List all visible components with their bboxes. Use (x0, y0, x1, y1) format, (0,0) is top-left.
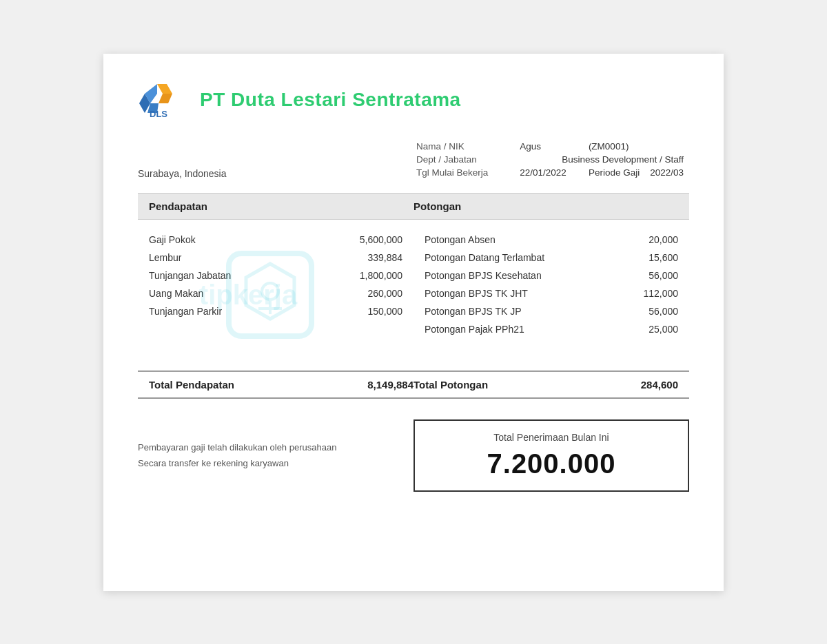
deduction-column: Potongan Absen20,000Potongan Datang Terl… (414, 231, 689, 359)
income-item-value: 5,600,000 (340, 234, 402, 245)
bottom-area: Pembayaran gaji telah dilakukan oleh per… (138, 419, 689, 492)
tgl-value: 22/01/2022 (514, 166, 572, 179)
periode-value: 2022/03 (650, 167, 684, 178)
total-potongan-value: 284,600 (641, 379, 678, 391)
svg-point-8 (262, 283, 278, 300)
deduction-item-value: 20,000 (616, 234, 678, 245)
deduction-item: Potongan Datang Terlambat15,600 (425, 249, 678, 267)
income-item-value: 150,000 (340, 306, 402, 317)
dls-logo-icon: DLS (138, 81, 179, 119)
svg-marker-0 (157, 84, 172, 94)
items-area: tipkerja Gaji Pokok5,600,000Lembur339,88… (138, 220, 689, 371)
company-location: Surabaya, Indonesia (138, 168, 226, 179)
payment-note: Pembayaran gaji telah dilakukan oleh per… (138, 439, 414, 472)
employee-info: Nama / NIK Agus (ZM0001) Dept / Jabatan … (411, 140, 689, 179)
total-pendapatan-cell: Total Pendapatan 8,149,884 (149, 379, 414, 391)
deduction-item-value: 56,000 (616, 270, 678, 281)
payslip-page: DLS PT Duta Lestari Sentratama Surabaya,… (103, 54, 724, 591)
info-section: Surabaya, Indonesia Nama / NIK Agus (ZM0… (138, 140, 689, 179)
svg-rect-6 (229, 253, 312, 336)
nama-row: Nama / NIK Agus (ZM0001) (411, 140, 689, 153)
pendapatan-header: Pendapatan (149, 200, 414, 212)
header: DLS PT Duta Lestari Sentratama (138, 81, 689, 119)
income-item-value: 1,800,000 (340, 270, 402, 281)
tgl-row: Tgl Mulai Bekerja 22/01/2022 Periode Gaj… (411, 166, 689, 179)
watermark-icon (215, 240, 325, 350)
total-net-label: Total Penerimaan Bulan Ini (429, 432, 674, 443)
deduction-item: Potongan BPJS Kesehatan56,000 (425, 267, 678, 284)
deduction-item: Potongan BPJS TK JHT112,000 (425, 284, 678, 302)
potongan-header: Potongan (414, 200, 678, 212)
section-headers: Pendapatan Potongan (138, 193, 689, 220)
income-item-value: 260,000 (340, 288, 402, 299)
dept-value: Business Development / Staff (514, 153, 689, 166)
deduction-item-name: Potongan BPJS TK JP (425, 306, 616, 317)
svg-text:DLS: DLS (150, 109, 167, 119)
nama-label: Nama / NIK (411, 140, 493, 153)
deduction-item-value: 112,000 (616, 288, 678, 299)
deduction-item-name: Potongan Pajak PPh21 (425, 324, 616, 335)
total-potongan-cell: Total Potongan 284,600 (414, 379, 678, 391)
nik-value: (ZM0001) (583, 140, 689, 153)
deduction-item-name: Potongan Absen (425, 234, 616, 245)
periode-label: Periode Gaji (589, 167, 640, 178)
deduction-item-name: Potongan Datang Terlambat (425, 252, 616, 263)
income-item-value: 339,884 (340, 252, 402, 263)
deduction-item-name: Potongan BPJS TK JHT (425, 288, 616, 299)
dept-label: Dept / Jabatan (411, 153, 493, 166)
nama-value: Agus (514, 140, 572, 153)
totals-row: Total Pendapatan 8,149,884 Total Potonga… (138, 371, 689, 399)
company-title: PT Duta Lestari Sentratama (200, 89, 461, 111)
svg-marker-3 (159, 94, 172, 103)
deduction-item: Potongan Pajak PPh2125,000 (425, 320, 678, 338)
logo-area: DLS (138, 81, 179, 119)
total-net-amount: 7.200.000 (429, 448, 674, 479)
deduction-item: Potongan Absen20,000 (425, 231, 678, 249)
deduction-item-name: Potongan BPJS Kesehatan (425, 270, 616, 281)
dept-row: Dept / Jabatan Business Development / St… (411, 153, 689, 166)
total-pendapatan-label: Total Pendapatan (149, 379, 234, 391)
deduction-item: Potongan BPJS TK JP56,000 (425, 302, 678, 320)
payment-line2: Secara transfer ke rekening karyawan (138, 455, 414, 471)
deduction-item-value: 25,000 (616, 324, 678, 335)
total-pendapatan-value: 8,149,884 (367, 379, 414, 391)
deduction-item-value: 56,000 (616, 306, 678, 317)
deduction-item-value: 15,600 (616, 252, 678, 263)
payment-line1: Pembayaran gaji telah dilakukan oleh per… (138, 439, 414, 455)
total-potongan-label: Total Potongan (414, 379, 488, 391)
tgl-label: Tgl Mulai Bekerja (411, 166, 493, 179)
total-net-box: Total Penerimaan Bulan Ini 7.200.000 (414, 419, 689, 492)
